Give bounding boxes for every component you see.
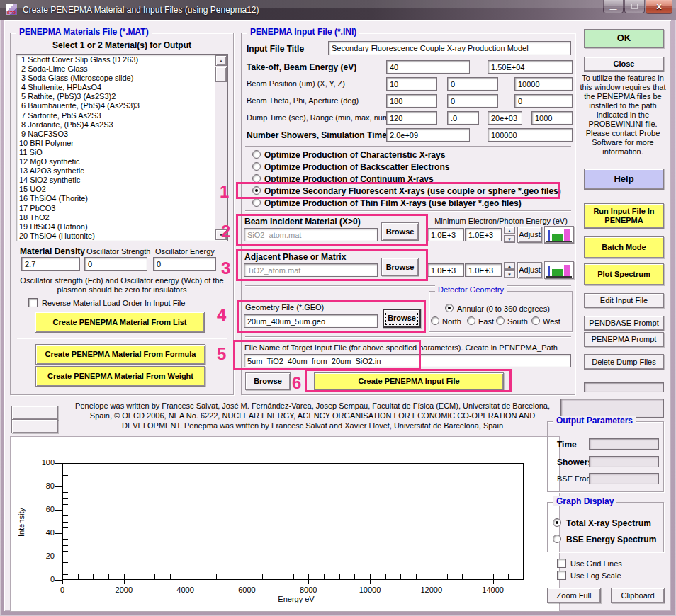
adjacent-phase-field[interactable]: TiO2_atom.mat: [244, 263, 378, 277]
materials-scrollbar[interactable]: ▲ ▼: [215, 55, 227, 240]
range-max-field[interactable]: 20e+03: [488, 111, 522, 125]
list-item[interactable]: 10 BRI Polymer: [17, 139, 215, 148]
clipboard-button[interactable]: Clipboard: [611, 588, 665, 603]
north-radio[interactable]: [431, 316, 439, 325]
optimize-radio-option[interactable]: Optimize Production of Continuum X-rays: [249, 173, 573, 186]
adjust-button-2[interactable]: Adjust: [517, 262, 542, 278]
scroll-down-icon[interactable]: ▼: [215, 229, 227, 240]
list-item[interactable]: 5 Rathite, (PbS)3 (As2S3)2: [17, 92, 215, 101]
list-item[interactable]: 15 UO2: [17, 185, 215, 194]
dump-time-field[interactable]: 120: [386, 111, 437, 125]
list-item[interactable]: 20 ThSiO4 (Huttonite): [17, 232, 215, 240]
pendbase-prompt-button[interactable]: PENDBASE Prompt: [584, 316, 664, 331]
maximize-button[interactable]: [624, 0, 645, 13]
annular-radio[interactable]: [445, 304, 454, 312]
west-radio[interactable]: [531, 316, 540, 325]
oscillator-energy-field[interactable]: 0: [153, 257, 216, 271]
energy-spinner-2[interactable]: ▲ ▼: [504, 262, 515, 278]
min-electron-energy-field-1[interactable]: 1.0E+3: [427, 228, 464, 241]
minimize-button[interactable]: —: [603, 0, 624, 13]
close-dialog-button[interactable]: Close: [584, 57, 664, 72]
oscillator-strength-field[interactable]: 0: [84, 257, 147, 271]
help-button[interactable]: Help: [584, 169, 664, 190]
scroll-up-icon[interactable]: ▲: [215, 55, 227, 66]
beam-incident-field[interactable]: SiO2_atom.mat: [244, 228, 378, 241]
create-material-from-formula-button[interactable]: Create PENEPMA Material From Formula: [35, 344, 205, 365]
list-item[interactable]: 19 HfSiO4 (Hafnon): [17, 222, 215, 232]
list-item[interactable]: 11 SiO: [17, 148, 215, 157]
beam-phi-field[interactable]: 0: [447, 94, 498, 108]
adjust-button-1[interactable]: Adjust: [517, 227, 542, 243]
use-grid-lines-checkbox[interactable]: [557, 559, 566, 568]
create-input-file-button[interactable]: Create PENEPMA Input File: [314, 372, 504, 390]
simulation-time-field[interactable]: 100000: [488, 128, 573, 142]
south-radio[interactable]: [496, 316, 505, 325]
beam-energy-field[interactable]: 1.50E+04: [488, 60, 573, 74]
plot-spectrum-button[interactable]: Plot Spectrum: [584, 263, 664, 285]
min-electron-energy-field-2[interactable]: 1.0E+3: [427, 263, 464, 277]
spinner-down-icon[interactable]: ▼: [504, 235, 515, 243]
min-photon-energy-field-1[interactable]: 1.0E+3: [465, 228, 502, 241]
beam-position-y-field[interactable]: 0: [447, 77, 498, 91]
list-item[interactable]: 3 Soda Glass (Microscope slide): [17, 74, 215, 83]
beam-theta-field[interactable]: 180: [386, 94, 437, 108]
penepma-prompt-button[interactable]: PENEPMA Prompt: [584, 332, 664, 347]
geometry-file-field[interactable]: 20um_40um_5um.geo: [244, 314, 378, 328]
list-item[interactable]: 6 Baumhauerite, (PbS)4 (As2S3)3: [17, 101, 215, 110]
spectrum-icon-button-2[interactable]: [544, 261, 574, 279]
title-bar[interactable]: STD Create PENEPMA Material and Input Fi…: [0, 0, 676, 20]
input-file-title-field[interactable]: Secondary Fluorescence Couple X-ray Prod…: [328, 41, 571, 55]
spectrum-icon-button-1[interactable]: [544, 226, 574, 244]
reverse-load-checkbox[interactable]: [28, 298, 38, 307]
takeoff-field[interactable]: 40: [386, 60, 470, 74]
create-material-from-weight-button[interactable]: Create PENEPMA Material From Weight: [35, 366, 205, 387]
list-item[interactable]: 18 ThO2: [17, 213, 215, 222]
list-item[interactable]: 4 Shultenite, HPbAsO4: [17, 83, 215, 92]
density-field[interactable]: 2.7: [21, 257, 80, 271]
delete-dump-files-button[interactable]: Delete Dump Files: [584, 354, 664, 370]
min-photon-energy-field-2[interactable]: 1.0E+3: [465, 263, 502, 277]
range-min-field[interactable]: .0: [447, 111, 479, 125]
zoom-full-button[interactable]: Zoom Full: [547, 588, 601, 603]
run-input-file-button[interactable]: Run Input File In PENEPMA: [584, 203, 664, 229]
use-log-scale-checkbox[interactable]: [557, 571, 566, 580]
list-item[interactable]: 7 Sartorite, PbS As2S3: [17, 111, 215, 120]
list-item[interactable]: 12 MgO synthetic: [17, 157, 215, 166]
list-item[interactable]: 9 NaCF3SO3: [17, 130, 215, 139]
materials-list[interactable]: 1 Schott Cover Slip Glass (D 263) 2 Soda…: [16, 54, 228, 241]
optimize-radio-option[interactable]: Optimize Production of Thin Film X-rays …: [249, 198, 573, 210]
optimize-radio-option[interactable]: Optimize Secondary Fluorescent X-rays (u…: [249, 186, 573, 198]
number-showers-field[interactable]: 2.0e+09: [386, 128, 470, 142]
list-item[interactable]: 8 Jordanite, (PbS)4 As2S3: [17, 120, 215, 130]
spinner-down-icon[interactable]: ▼: [504, 270, 515, 278]
list-item[interactable]: 13 Al2O3 synthetic: [17, 166, 215, 176]
ok-button[interactable]: OK: [584, 29, 664, 48]
beam-position-z-field[interactable]: 10000: [514, 77, 573, 91]
target-file-field[interactable]: 5um_TiO2_40um_from_20um_SiO2.in: [244, 354, 571, 367]
batch-mode-button[interactable]: Batch Mode: [584, 236, 664, 258]
list-item[interactable]: 2 Soda-Lime Glass: [17, 64, 215, 74]
browse-incident-button[interactable]: Browse: [381, 222, 419, 241]
edit-input-file-button[interactable]: Edit Input File: [584, 293, 664, 308]
optimize-radio-option[interactable]: Optimize Production of Backscatter Elect…: [249, 161, 573, 173]
graph-display-radio-option[interactable]: Total X-ray Spectrum: [547, 516, 664, 532]
list-item[interactable]: 16 ThSiO4 (Thorite): [17, 194, 215, 203]
spinner-up-icon[interactable]: ▲: [504, 262, 515, 270]
browse-geometry-button[interactable]: Browse: [383, 309, 421, 328]
list-item[interactable]: 17 PbCO3: [17, 204, 215, 213]
energy-spinner-1[interactable]: ▲ ▼: [504, 227, 515, 243]
east-radio[interactable]: [467, 316, 475, 325]
scrollbar-thumb[interactable]: [215, 67, 227, 82]
browse-target-button[interactable]: Browse: [245, 372, 291, 390]
create-material-from-list-button[interactable]: Create PENEPMA Material From List: [35, 312, 205, 333]
range-num-field[interactable]: 1000: [531, 111, 573, 125]
beam-position-x-field[interactable]: 10: [386, 77, 437, 91]
optimize-radio-option[interactable]: Optimize Production of Characteristic X-…: [249, 149, 573, 161]
list-item[interactable]: 14 SiO2 synthetic: [17, 176, 215, 185]
list-item[interactable]: 1 Schott Cover Slip Glass (D 263): [17, 55, 215, 64]
graph-display-radio-option[interactable]: BSE Energy Spectrum: [547, 532, 664, 549]
spinner-up-icon[interactable]: ▲: [504, 227, 515, 234]
beam-aperture-field[interactable]: 0: [514, 94, 573, 108]
close-button[interactable]: x: [646, 0, 672, 14]
browse-adjacent-button[interactable]: Browse: [381, 258, 419, 276]
